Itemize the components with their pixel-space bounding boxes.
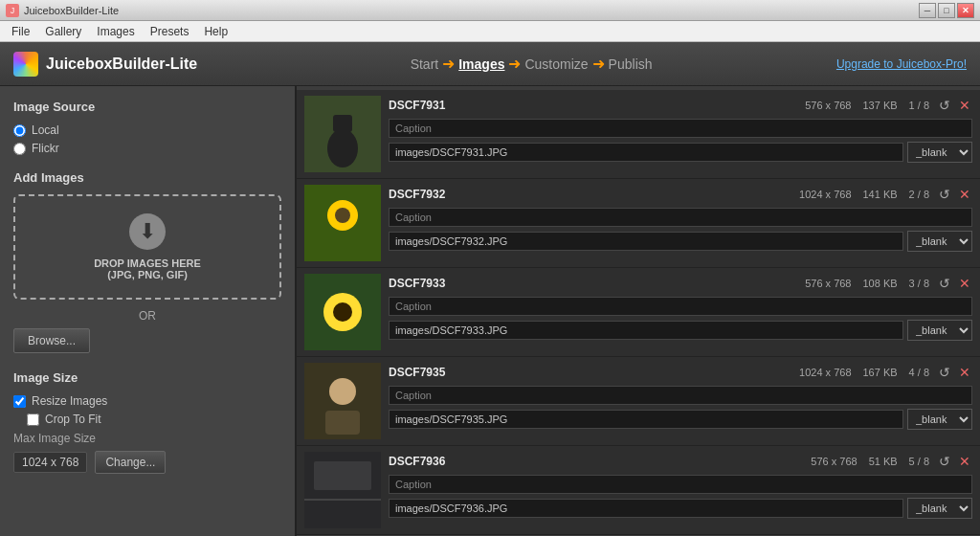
navbar: JuiceboxBuilder-Lite Start ➜ Images ➜ Cu…: [0, 42, 980, 86]
menu-item-help[interactable]: Help: [196, 23, 235, 40]
revert-button[interactable]: ↺: [937, 363, 952, 382]
image-index: 4 / 8: [909, 367, 929, 378]
drop-zone[interactable]: ⬇ DROP IMAGES HERE (JPG, PNG, GIF): [13, 194, 281, 300]
radio-local[interactable]: Local: [13, 123, 281, 137]
url-input[interactable]: [389, 321, 903, 340]
menu-item-images[interactable]: Images: [89, 23, 142, 40]
close-button[interactable]: ✕: [957, 3, 974, 18]
image-actions: ↺ ✕: [937, 185, 972, 204]
minimize-button[interactable]: ─: [919, 3, 936, 18]
image-info: DSCF7933576 x 768 108 KB 3 / 8 ↺ ✕ _blan…: [389, 274, 972, 350]
maximize-button[interactable]: □: [938, 3, 955, 18]
browse-button[interactable]: Browse...: [13, 328, 90, 353]
revert-button[interactable]: ↺: [937, 96, 952, 115]
image-info: DSCF7936576 x 768 51 KB 5 / 8 ↺ ✕ _blank…: [389, 452, 972, 528]
image-size-section: Image Size Resize Images Crop To Fit Max…: [13, 370, 281, 474]
change-button[interactable]: Change...: [95, 451, 166, 474]
target-select[interactable]: _blank _self _parent _top: [907, 498, 972, 519]
app-icon: J: [6, 4, 19, 17]
crop-checkbox-row[interactable]: Crop To Fit: [13, 413, 281, 426]
image-index: 2 / 8: [909, 189, 929, 200]
image-top-row: DSCF7933576 x 768 108 KB 3 / 8 ↺ ✕: [389, 274, 972, 293]
radio-flickr[interactable]: Flickr: [13, 142, 281, 155]
resize-checkbox[interactable]: [13, 395, 26, 408]
image-meta: 1024 x 768 167 KB 4 / 8: [799, 367, 929, 378]
image-card: DSCF7931576 x 768 137 KB 1 / 8 ↺ ✕ _blan…: [297, 90, 980, 179]
nav-step-customize[interactable]: Customize: [524, 56, 588, 72]
nav-arrow-1: ➜: [442, 55, 455, 73]
nav-step-images[interactable]: Images: [458, 56, 504, 72]
remove-button[interactable]: ✕: [957, 96, 972, 115]
resize-label: Resize Images: [32, 394, 107, 408]
radio-local-label: Local: [32, 123, 59, 137]
image-dims: 1024 x 768: [799, 367, 851, 378]
revert-button[interactable]: ↺: [937, 185, 952, 204]
resize-checkbox-row[interactable]: Resize Images: [13, 394, 281, 408]
image-thumbnail: [304, 96, 381, 172]
revert-button[interactable]: ↺: [937, 274, 952, 293]
caption-row: [389, 119, 972, 138]
nav-step-publish[interactable]: Publish: [609, 56, 653, 72]
remove-button[interactable]: ✕: [957, 363, 972, 382]
menu-item-presets[interactable]: Presets: [143, 23, 197, 40]
image-card: DSCF79351024 x 768 167 KB 4 / 8 ↺ ✕ _bla…: [297, 357, 980, 446]
add-images-title: Add Images: [13, 170, 281, 185]
url-row: _blank _self _parent _top: [389, 142, 972, 163]
image-top-row: DSCF7931576 x 768 137 KB 1 / 8 ↺ ✕: [389, 96, 972, 115]
caption-input[interactable]: [389, 208, 972, 227]
or-text: OR: [13, 309, 281, 323]
image-actions: ↺ ✕: [937, 274, 972, 293]
url-row: _blank _self _parent _top: [389, 498, 972, 519]
url-input[interactable]: [389, 143, 903, 162]
image-dims: 576 x 768: [805, 278, 851, 289]
url-input[interactable]: [389, 410, 903, 429]
max-size-value-row: 1024 x 768 Change...: [13, 451, 281, 474]
caption-input[interactable]: [389, 475, 972, 494]
image-name: DSCF7936: [389, 455, 803, 468]
titlebar: J JuiceboxBuilder-Lite ─ □ ✕: [0, 0, 980, 21]
max-size-row: Max Image Size: [13, 432, 281, 445]
url-input[interactable]: [389, 499, 903, 518]
menu-item-gallery[interactable]: Gallery: [37, 23, 89, 40]
caption-input[interactable]: [389, 297, 972, 316]
image-actions: ↺ ✕: [937, 363, 972, 382]
image-meta: 1024 x 768 141 KB 2 / 8: [799, 189, 929, 200]
image-size: 167 KB: [863, 367, 898, 378]
radio-flickr-label: Flickr: [32, 142, 59, 155]
image-index: 3 / 8: [909, 278, 929, 289]
target-select[interactable]: _blank _self _parent _top: [907, 142, 972, 163]
caption-row: [389, 386, 972, 405]
radio-local-input[interactable]: [13, 124, 26, 137]
menu-item-file[interactable]: File: [4, 23, 37, 40]
svg-point-1: [327, 129, 358, 168]
target-select[interactable]: _blank _self _parent _top: [907, 231, 972, 252]
image-top-row: DSCF79321024 x 768 141 KB 2 / 8 ↺ ✕: [389, 185, 972, 204]
revert-button[interactable]: ↺: [937, 452, 952, 471]
remove-button[interactable]: ✕: [957, 185, 972, 204]
radio-flickr-input[interactable]: [13, 143, 26, 155]
remove-button[interactable]: ✕: [957, 452, 972, 471]
caption-input[interactable]: [389, 119, 972, 138]
caption-row: [389, 297, 972, 316]
remove-button[interactable]: ✕: [957, 274, 972, 293]
svg-rect-13: [314, 461, 371, 490]
image-actions: ↺ ✕: [937, 96, 972, 115]
target-select[interactable]: _blank _self _parent _top: [907, 320, 972, 341]
crop-checkbox[interactable]: [27, 413, 39, 426]
url-input[interactable]: [389, 232, 903, 251]
caption-row: [389, 208, 972, 227]
image-name: DSCF7933: [389, 277, 797, 290]
add-images-section: Add Images ⬇ DROP IMAGES HERE (JPG, PNG,…: [13, 170, 281, 353]
left-panel: Image Source Local Flickr Add Images ⬇ D…: [0, 86, 297, 536]
nav-step-start[interactable]: Start: [411, 56, 439, 72]
image-name: DSCF7935: [389, 366, 791, 379]
menubar: FileGalleryImagesPresetsHelp: [0, 21, 980, 42]
image-meta: 576 x 768 108 KB 3 / 8: [805, 278, 929, 289]
max-size-value: 1024 x 768: [13, 452, 87, 473]
upgrade-link[interactable]: Upgrade to Juicebox-Pro!: [836, 57, 967, 71]
caption-row: [389, 475, 972, 494]
caption-input[interactable]: [389, 386, 972, 405]
target-select[interactable]: _blank _self _parent _top: [907, 409, 972, 430]
main: Image Source Local Flickr Add Images ⬇ D…: [0, 86, 980, 536]
image-dims: 1024 x 768: [799, 189, 851, 200]
